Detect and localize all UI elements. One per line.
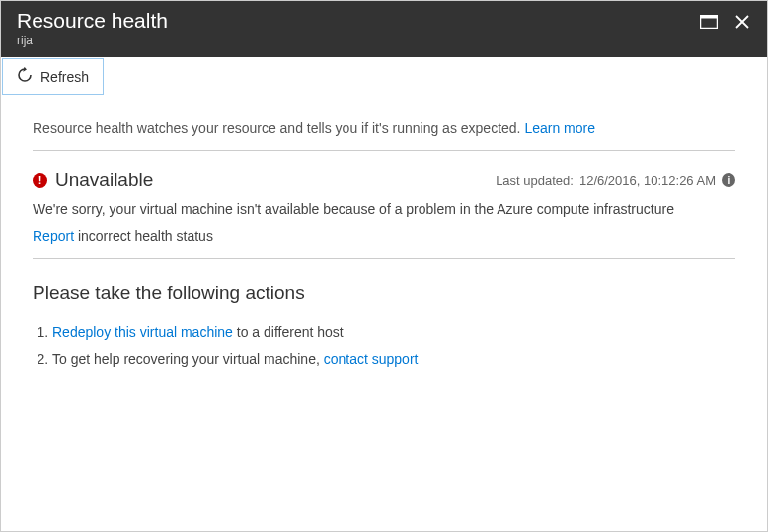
report-link[interactable]: Report xyxy=(33,228,74,244)
last-updated-value: 12/6/2016, 10:12:26 AM xyxy=(579,173,716,188)
toolbar: Refresh xyxy=(1,57,767,95)
report-line: Report incorrect health status xyxy=(33,228,735,244)
status-block: ! Unavailable Last updated: 12/6/2016, 1… xyxy=(33,151,735,258)
action-suffix: to a different host xyxy=(233,324,344,340)
list-item: To get help recovering your virtual mach… xyxy=(52,345,735,373)
actions-title: Please take the following actions xyxy=(33,282,735,304)
refresh-icon xyxy=(17,67,33,86)
intro-description: Resource health watches your resource an… xyxy=(33,120,524,136)
action-prefix: To get help recovering your virtual mach… xyxy=(52,351,324,367)
error-icon: ! xyxy=(33,173,47,188)
last-updated: Last updated: 12/6/2016, 10:12:26 AM i xyxy=(496,173,735,188)
status-title: Unavailable xyxy=(55,169,153,190)
intro-text: Resource health watches your resource an… xyxy=(33,111,735,150)
last-updated-label: Last updated: xyxy=(496,173,574,188)
blade-header: Resource health rija xyxy=(1,1,767,57)
status-description: We're sorry, your virtual machine isn't … xyxy=(33,200,735,220)
actions-block: Please take the following actions Redepl… xyxy=(33,259,735,381)
content-area: Resource health watches your resource an… xyxy=(1,95,767,397)
svg-rect-1 xyxy=(701,16,718,19)
learn-more-link[interactable]: Learn more xyxy=(524,120,595,136)
contact-support-link[interactable]: contact support xyxy=(324,351,419,367)
report-suffix: incorrect health status xyxy=(74,228,213,244)
page-subtitle: rija xyxy=(17,34,751,47)
header-controls xyxy=(694,9,757,35)
page-title: Resource health xyxy=(17,9,751,33)
actions-list: Redeploy this virtual machine to a diffe… xyxy=(33,318,735,373)
status-header: ! Unavailable Last updated: 12/6/2016, 1… xyxy=(33,169,735,190)
status-left: ! Unavailable xyxy=(33,169,153,190)
info-icon[interactable]: i xyxy=(722,173,735,187)
refresh-button[interactable]: Refresh xyxy=(2,58,104,95)
list-item: Redeploy this virtual machine to a diffe… xyxy=(52,318,735,345)
restore-icon[interactable] xyxy=(694,9,724,35)
redeploy-link[interactable]: Redeploy this virtual machine xyxy=(52,324,233,340)
refresh-label: Refresh xyxy=(40,69,89,85)
close-icon[interactable] xyxy=(728,9,757,35)
